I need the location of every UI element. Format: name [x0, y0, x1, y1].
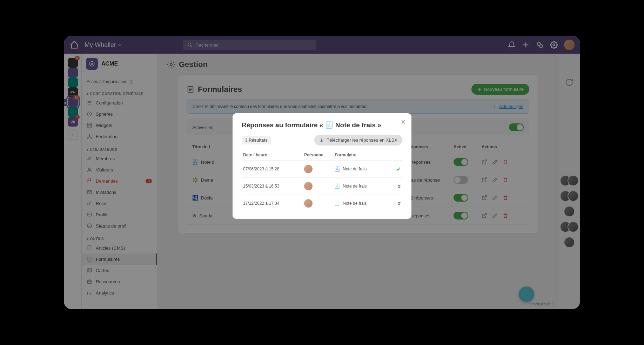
modal-table-header: Date / heure Personne Formulaire — [242, 150, 402, 161]
modal-row[interactable]: 07/06/2023 à 15:28🧾Note de frais✓ — [242, 161, 402, 178]
status-done-icon: ✓ — [396, 166, 401, 172]
modal-overlay[interactable]: ✕ Réponses au formulaire « 🧾 Note de fra… — [64, 36, 580, 309]
person-avatar — [304, 182, 313, 190]
modal-close-button[interactable]: ✕ — [401, 118, 406, 126]
result-count: 3 Résultats — [242, 136, 271, 144]
col-date: Date / heure — [243, 153, 304, 157]
modal-row[interactable]: 17/12/2022 à 17:34🧾Note de frais⧗ — [242, 195, 402, 212]
modal-row[interactable]: 15/03/2023 à 16:53🧾Note de frais⧗ — [242, 178, 402, 195]
person-avatar — [304, 165, 313, 173]
col-form: Formulaire — [335, 153, 385, 157]
download-xlsx-button[interactable]: Télécharger les réponses en XLSX — [314, 135, 402, 146]
col-person: Personne — [304, 153, 335, 157]
status-pending-icon: ⧗ — [397, 183, 401, 189]
row-form: 🧾Note de frais — [335, 183, 385, 189]
responses-modal: ✕ Réponses au formulaire « 🧾 Note de fra… — [233, 113, 411, 219]
row-date: 07/06/2023 à 15:28 — [243, 167, 304, 171]
modal-title: Réponses au formulaire « 🧾 Note de frais… — [242, 121, 402, 129]
download-icon — [319, 138, 324, 143]
row-date: 17/12/2022 à 17:34 — [243, 201, 304, 206]
person-avatar — [304, 199, 313, 208]
row-form: 🧾Note de frais — [335, 166, 385, 172]
status-pending-icon: ⧗ — [397, 201, 401, 206]
row-date: 15/03/2023 à 16:53 — [243, 184, 304, 189]
row-form: 🧾Note de frais — [335, 201, 385, 206]
